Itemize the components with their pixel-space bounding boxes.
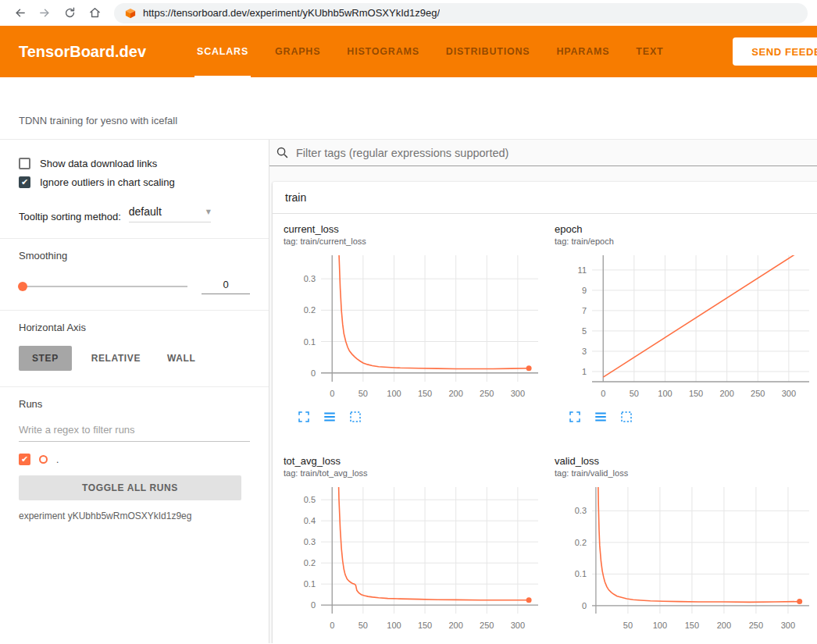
- y-tick-label: 3: [582, 347, 587, 356]
- fit-domain-icon[interactable]: [619, 642, 633, 643]
- app-header: TensorBoard.dev SCALARS GRAPHS HISTOGRAM…: [0, 26, 817, 77]
- x-tick-label: 250: [749, 621, 763, 630]
- expand-icon[interactable]: [568, 642, 582, 643]
- tab-hparams[interactable]: HPARAMS: [543, 26, 623, 77]
- axis-step-button[interactable]: STEP: [19, 346, 72, 371]
- experiment-id-note: experiment yKUbhb5wRmOSXYkId1z9eg: [19, 511, 250, 521]
- fit-domain-icon[interactable]: [348, 410, 362, 424]
- tab-scalars[interactable]: SCALARS: [184, 26, 262, 77]
- y-tick-label: 0: [311, 600, 316, 610]
- charts-grid: current_loss tag: train/current_loss 050…: [273, 214, 817, 643]
- expand-icon[interactable]: [297, 642, 311, 643]
- y-tick-label: 0.2: [304, 558, 316, 568]
- x-tick-label: 300: [782, 389, 796, 398]
- forward-arrow-icon[interactable]: [33, 2, 56, 24]
- address-bar[interactable]: https://tensorboard.dev/experiment/yKUbh…: [114, 3, 808, 23]
- horizontal-axis-section: Horizontal Axis STEP RELATIVE WALL: [0, 311, 269, 387]
- series-line: [597, 481, 800, 602]
- tag-filter-row: [269, 140, 817, 166]
- x-tick-label: 300: [511, 389, 525, 398]
- line-chart-svg: 0501001502002503001357911: [555, 249, 816, 402]
- x-tick-label: 100: [387, 389, 401, 398]
- fit-domain-icon[interactable]: [348, 642, 362, 643]
- chart-tag: tag: train/valid_loss: [555, 468, 816, 478]
- line-chart-svg: 5010015020025030000.10.20.3: [555, 481, 816, 634]
- train-section-header[interactable]: train: [273, 182, 817, 214]
- experiment-title: TDNN training for yesno with icefall: [19, 115, 177, 126]
- toggle-all-runs-button[interactable]: TOGGLE ALL RUNS: [19, 475, 241, 500]
- back-arrow-icon[interactable]: [8, 2, 31, 24]
- runs-filter-input[interactable]: [19, 419, 250, 442]
- y-tick-label: 0.1: [575, 569, 587, 578]
- experiment-header: TDNN training for yesno with icefall: [0, 77, 817, 140]
- x-tick-label: 200: [448, 389, 462, 398]
- ignore-outliers-row: ✔ Ignore outliers in chart scaling: [19, 176, 250, 188]
- refresh-icon[interactable]: [58, 2, 81, 24]
- home-icon[interactable]: [83, 2, 106, 24]
- run-list-icon[interactable]: [594, 642, 608, 643]
- line-chart-plot[interactable]: 05010015020025030000.10.20.3: [284, 249, 545, 405]
- tab-graphs[interactable]: GRAPHS: [262, 26, 334, 77]
- expand-icon[interactable]: [297, 410, 311, 424]
- tab-distributions[interactable]: DISTRIBUTIONS: [433, 26, 544, 77]
- smoothing-slider-thumb[interactable]: [18, 282, 27, 291]
- expand-icon[interactable]: [568, 410, 582, 424]
- x-tick-label: 150: [418, 389, 432, 398]
- tab-histograms[interactable]: HISTOGRAMS: [334, 26, 433, 77]
- horizontal-axis-buttons: STEP RELATIVE WALL: [19, 346, 250, 371]
- run-list-item: ✔ .: [19, 454, 250, 465]
- line-chart-plot[interactable]: 0501001502002503001357911: [555, 249, 816, 405]
- run-list-icon[interactable]: [594, 410, 608, 424]
- brand-logo[interactable]: TensorBoard.dev: [19, 43, 146, 61]
- chart-title: valid_loss: [555, 455, 816, 467]
- y-tick-label: 0: [582, 601, 587, 610]
- chart-title: current_loss: [284, 223, 545, 235]
- general-settings-section: Show data download links ✔ Ignore outlie…: [0, 140, 269, 239]
- run-list-icon[interactable]: [323, 642, 337, 643]
- y-tick-label: 0.1: [304, 337, 316, 347]
- y-tick-label: 0.2: [575, 538, 587, 547]
- run-list-icon[interactable]: [323, 410, 337, 424]
- send-feedback-button[interactable]: SEND FEEDBACK: [733, 37, 817, 66]
- line-chart-plot[interactable]: 05010015020025030000.10.20.30.40.5: [284, 481, 545, 637]
- x-tick-label: 200: [719, 389, 733, 398]
- smoothing-value-input[interactable]: 0: [202, 279, 250, 294]
- tab-text[interactable]: TEXT: [623, 26, 676, 77]
- chart-toolbar: [284, 410, 545, 424]
- x-tick-label: 250: [480, 389, 494, 398]
- chart-current-loss: current_loss tag: train/current_loss 050…: [284, 223, 545, 424]
- ignore-outliers-checkbox[interactable]: ✔: [19, 176, 30, 188]
- content: Show data download links ✔ Ignore outlie…: [0, 140, 817, 643]
- horizontal-axis-label: Horizontal Axis: [19, 322, 250, 333]
- train-card: train current_loss tag: train/current_lo…: [273, 182, 817, 643]
- x-tick-label: 100: [653, 621, 667, 630]
- x-tick-label: 50: [359, 389, 368, 398]
- run-checkbox[interactable]: ✔: [19, 454, 30, 465]
- runs-label: Runs: [19, 398, 250, 410]
- chevron-down-icon: ▼: [206, 208, 211, 215]
- tooltip-sorting-label: Tooltip sorting method:: [19, 211, 121, 222]
- line-chart-plot[interactable]: 5010015020025030000.10.20.3: [555, 481, 816, 637]
- series-line: [335, 481, 529, 600]
- y-tick-label: 0.3: [304, 274, 316, 283]
- tag-filter-input[interactable]: [296, 147, 817, 159]
- chart-epoch: epoch tag: train/epoch 05010015020025030…: [555, 223, 816, 424]
- y-tick-label: 0: [311, 368, 316, 378]
- x-tick-label: 300: [511, 621, 525, 630]
- browser-toolbar: https://tensorboard.dev/experiment/yKUbh…: [0, 0, 817, 26]
- x-tick-label: 0: [601, 389, 605, 398]
- axis-wall-button[interactable]: WALL: [154, 346, 209, 371]
- show-download-links-label: Show data download links: [40, 158, 157, 169]
- axis-relative-button[interactable]: RELATIVE: [78, 346, 154, 371]
- x-tick-label: 100: [387, 621, 401, 630]
- smoothing-slider[interactable]: [19, 286, 187, 287]
- x-tick-label: 200: [448, 621, 462, 630]
- tooltip-sorting-dropdown[interactable]: default ▼: [129, 205, 211, 222]
- x-tick-label: 150: [689, 389, 703, 398]
- fit-domain-icon[interactable]: [619, 410, 633, 424]
- show-download-links-checkbox[interactable]: [19, 158, 30, 169]
- check-icon: ✔: [21, 178, 28, 187]
- smoothing-label: Smoothing: [19, 250, 250, 262]
- x-tick-label: 0: [330, 621, 334, 630]
- chart-toolbar: [284, 642, 545, 643]
